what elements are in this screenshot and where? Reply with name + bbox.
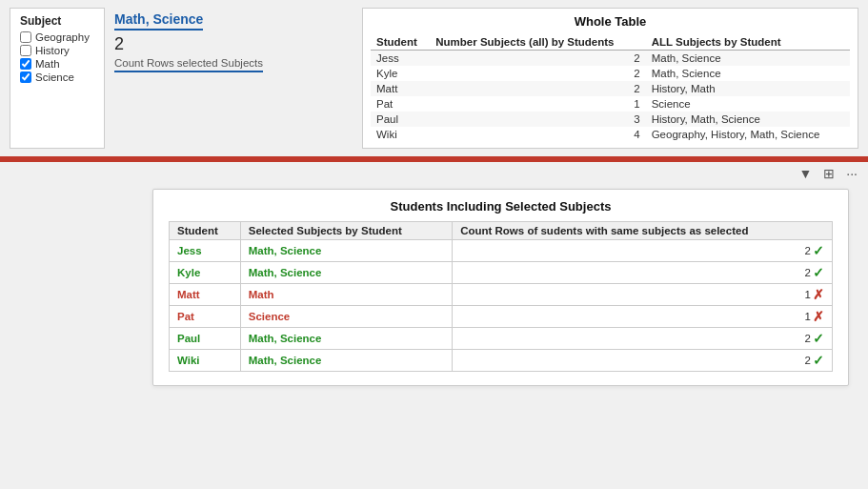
student-name: Pat [177,311,194,322]
count-icon-cell: 1✗ [460,287,824,302]
subjects-text: Math, Science [249,267,322,278]
cross-icon: ✗ [813,309,824,324]
cross-icon: ✗ [813,287,824,302]
table-icon[interactable]: ⊞ [820,164,838,183]
check-icon: ✓ [813,353,824,368]
whole-table-title: Whole Table [371,14,850,29]
table-cell: Wiki [371,127,430,142]
it-col-subjects: Selected Subjects by Student [240,222,452,240]
it-subjects-cell: Math [240,284,452,306]
whole-table-section: Whole Table Student Number Subjects (all… [362,8,858,149]
table-row: Pat1Science [371,96,850,112]
table-cell: 2 [430,66,645,81]
inner-table-body: JessMath, Science2✓KyleMath, Science2✓Ma… [170,240,833,372]
wt-col-count: Number Subjects (all) by Students [430,34,645,51]
filter-panel-header: Subject [20,14,94,28]
table-cell: 4 [430,127,645,142]
bottom-card: Students Including Selected Subjects Stu… [152,189,849,386]
check-icon: ✓ [813,265,824,280]
table-cell: 2 [430,51,645,67]
filter-checkbox[interactable] [20,58,31,70]
list-item: MattMath1✗ [170,284,833,306]
it-student-cell: Matt [170,284,241,306]
it-student-cell: Jess [170,240,241,262]
filter-label: Geography [35,31,90,43]
table-cell: Math, Science [646,51,850,67]
it-student-cell: Wiki [170,350,241,372]
filter-item: Geography [20,31,94,43]
table-cell: 3 [430,112,645,127]
inner-table: Student Selected Subjects by Student Cou… [169,221,833,372]
table-row: Wiki4Geography, History, Math, Science [371,127,850,142]
it-col-count: Count Rows of sudents with same subjects… [453,222,833,240]
subjects-text: Math, Science [249,333,322,344]
it-student-cell: Paul [170,328,241,350]
wt-col-student: Student [371,34,430,51]
count-value: 2 [805,333,811,344]
it-count-cell: 2✓ [453,240,833,262]
subjects-text: Math [249,289,274,300]
table-cell: Pat [371,96,430,112]
it-student-cell: Pat [170,306,241,328]
student-name: Wiki [177,355,200,366]
top-section: Subject GeographyHistoryMathScience Math… [0,0,868,153]
it-subjects-cell: Math, Science [240,328,452,350]
filter-checkbox[interactable] [20,45,31,56]
list-item: WikiMath, Science2✓ [170,350,833,372]
filter-label: History [35,45,70,56]
whole-table-body: Jess2Math, ScienceKyle2Math, ScienceMatt… [371,51,850,143]
table-row: Jess2Math, Science [371,51,850,67]
it-count-cell: 2✓ [453,350,833,372]
filter-panel: Subject GeographyHistoryMathScience [10,8,105,149]
it-subjects-cell: Math, Science [240,262,452,284]
it-student-cell: Kyle [170,262,241,284]
table-cell: 2 [430,81,645,96]
main-container: Subject GeographyHistoryMathScience Math… [0,0,868,489]
filter-icon[interactable]: ▼ [796,164,815,183]
table-cell: Paul [371,112,430,127]
it-subjects-cell: Math, Science [240,350,452,372]
subjects-text: Math, Science [249,355,322,366]
count-icon-cell: 2✓ [460,265,824,280]
count-value: 2 [805,245,811,256]
table-row: Paul3History, Math, Science [371,112,850,127]
selected-info: Math, Science 2 Count Rows selected Subj… [114,8,353,149]
it-count-cell: 1✗ [453,284,833,306]
list-item: PaulMath, Science2✓ [170,328,833,350]
filter-item: History [20,45,94,56]
count-icon-cell: 2✓ [460,243,824,258]
student-name: Jess [177,245,202,256]
student-name: Kyle [177,267,200,278]
list-item: JessMath, Science2✓ [170,240,833,262]
filter-label: Math [35,58,60,70]
table-cell: Matt [371,81,430,96]
table-cell: Jess [371,51,430,67]
count-value: 1 [805,289,811,300]
selected-count: 2 [114,34,353,54]
it-subjects-cell: Math, Science [240,240,452,262]
toolbar-row: ▼ ⊞ ··· [0,162,868,185]
table-cell: Science [646,96,850,112]
selected-title: Math, Science [114,11,203,31]
filter-checkbox[interactable] [20,71,31,83]
table-cell: Kyle [371,66,430,81]
it-subjects-cell: Science [240,306,452,328]
table-cell: Math, Science [646,66,850,81]
wt-col-subjects: ALL Subjects by Student [646,34,850,51]
count-icon-cell: 2✓ [460,353,824,368]
count-icon-cell: 2✓ [460,331,824,346]
bottom-card-title: Students Including Selected Subjects [169,199,833,214]
more-icon[interactable]: ··· [843,164,860,183]
filter-label: Science [35,71,74,83]
table-row: Matt2History, Math [371,81,850,96]
filter-checkbox[interactable] [20,31,31,43]
subjects-text: Math, Science [249,245,322,256]
list-item: PatScience1✗ [170,306,833,328]
whole-table: Student Number Subjects (all) by Student… [371,34,850,142]
selected-label: Count Rows selected Subjects [114,57,263,72]
subjects-text: Science [249,311,290,322]
table-cell: History, Math [646,81,850,96]
it-count-cell: 2✓ [453,328,833,350]
table-row: Kyle2Math, Science [371,66,850,81]
filter-items: GeographyHistoryMathScience [20,31,94,83]
